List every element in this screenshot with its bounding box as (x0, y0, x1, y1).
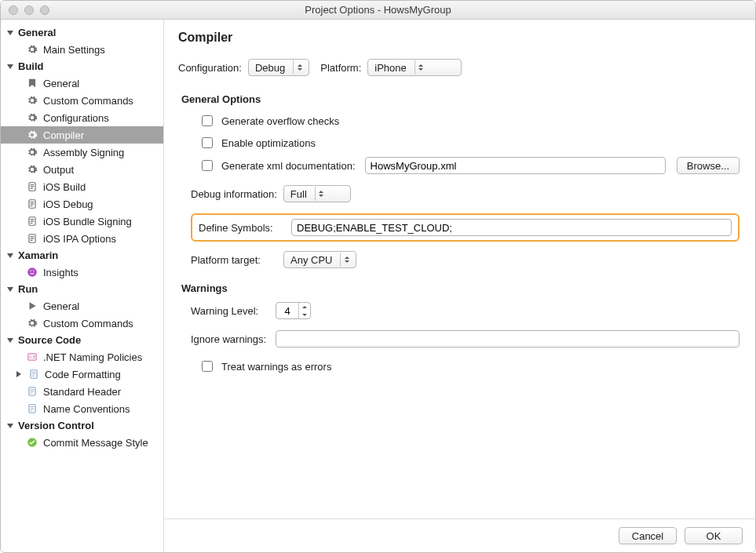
abox-icon: A.B (26, 351, 38, 363)
purple-icon (26, 266, 38, 278)
sidebar-item-ios-build[interactable]: iOS Build (1, 178, 163, 195)
sidebar-item-assembly-signing[interactable]: Assembly Signing (1, 144, 163, 161)
svg-rect-3 (31, 188, 33, 189)
doc-icon (26, 198, 38, 210)
generate-overflow-label: Generate overflow checks (221, 115, 339, 127)
sidebar-item-configurations[interactable]: Configurations (1, 109, 163, 126)
sidebar-section-label: Version Control (18, 420, 94, 431)
pagei-icon (26, 385, 38, 398)
sidebar: GeneralMain SettingsBuildGeneralCustom C… (1, 20, 164, 552)
svg-rect-26 (31, 393, 33, 394)
sidebar-item-general[interactable]: General (1, 75, 163, 92)
warning-level-label: Warning Level: (191, 305, 269, 317)
configuration-label: Configuration: (178, 62, 242, 74)
sidebar-item-insights[interactable]: Insights (1, 264, 163, 281)
sidebar-section-source-code[interactable]: Source Code (1, 332, 163, 348)
content-pane: Compiler Configuration: Debug Platform: … (164, 20, 755, 552)
chevron-updown-icon (293, 60, 305, 75)
svg-rect-22 (32, 376, 35, 377)
svg-rect-25 (31, 391, 35, 391)
svg-rect-28 (31, 406, 35, 407)
project-options-window: Project Options - HowsMyGroup GeneralMai… (0, 0, 756, 553)
flag-icon (26, 77, 38, 89)
sidebar-item-custom-commands[interactable]: Custom Commands (1, 315, 163, 332)
sidebar-section-run[interactable]: Run (1, 281, 163, 297)
platform-value: iPhone (374, 62, 406, 74)
sidebar-item-ios-ipa-options[interactable]: iOS IPA Options (1, 230, 163, 247)
configuration-value: Debug (255, 62, 285, 74)
sidebar-item-custom-commands[interactable]: Custom Commands (1, 92, 163, 109)
treat-warnings-label: Treat warnings as errors (221, 361, 331, 373)
sidebar-item-label: Name Conventions (43, 403, 130, 415)
sidebar-section-build[interactable]: Build (1, 58, 163, 75)
disclosure-triangle-icon (7, 253, 13, 258)
generate-overflow-checkbox[interactable] (202, 115, 213, 126)
sidebar-item-general[interactable]: General (1, 297, 163, 315)
ignore-warnings-label: Ignore warnings: (191, 333, 269, 345)
sidebar-item-label: Standard Header (43, 386, 121, 398)
warning-level-stepper[interactable] (276, 302, 311, 319)
browse-button[interactable]: Browse... (677, 157, 740, 174)
sidebar-item-standard-header[interactable]: Standard Header (1, 383, 163, 400)
sidebar-item-ios-bundle-signing[interactable]: iOS Bundle Signing (1, 213, 163, 230)
platform-target-select[interactable]: Any CPU (283, 251, 356, 268)
sidebar-item-code-formatting[interactable]: Code Formatting (1, 366, 163, 383)
gear-icon (26, 129, 38, 141)
gear-icon (26, 317, 38, 329)
sidebar-section-label: Source Code (18, 334, 81, 346)
debuginfo-label: Debug information: (191, 188, 277, 200)
step-up-icon[interactable] (299, 303, 310, 311)
svg-rect-11 (31, 223, 33, 224)
debuginfo-select[interactable]: Full (283, 185, 351, 202)
platform-select[interactable]: iPhone (367, 59, 462, 76)
ok-button[interactable]: OK (685, 527, 743, 544)
window-title: Project Options - HowsMyGroup (1, 4, 755, 16)
doc-icon (26, 180, 38, 193)
ignore-warnings-input[interactable] (276, 330, 740, 347)
sidebar-item-label: iOS Build (43, 181, 86, 193)
sidebar-item-label: Custom Commands (43, 318, 133, 329)
dialog-footer: Cancel OK (164, 518, 755, 552)
sidebar-item-label: Custom Commands (43, 95, 133, 107)
sidebar-item--net-naming-policies[interactable]: A.B.NET Naming Policies (1, 348, 163, 366)
gear-icon (26, 163, 38, 176)
xmldoc-path-input[interactable] (365, 157, 666, 174)
step-down-icon[interactable] (299, 311, 310, 318)
treat-warnings-checkbox[interactable] (202, 361, 213, 372)
warnings-head: Warnings (181, 282, 740, 294)
sidebar-item-commit-message-style[interactable]: Commit Message Style (1, 434, 163, 451)
generate-xmldoc-checkbox[interactable] (202, 160, 213, 171)
sidebar-item-main-settings[interactable]: Main Settings (1, 41, 163, 58)
sidebar-item-label: iOS Debug (43, 198, 93, 210)
svg-rect-5 (31, 202, 35, 202)
sidebar-item-name-conventions[interactable]: Name Conventions (1, 400, 163, 417)
svg-rect-10 (31, 220, 35, 221)
sidebar-section-general[interactable]: General (1, 24, 163, 41)
warning-level-value[interactable] (276, 303, 298, 318)
sidebar-item-compiler[interactable]: Compiler (1, 126, 163, 144)
svg-rect-14 (31, 238, 35, 238)
chevron-updown-icon (340, 253, 352, 267)
sidebar-section-xamarin[interactable]: Xamarin (1, 247, 163, 264)
sidebar-item-ios-debug[interactable]: iOS Debug (1, 195, 163, 213)
doc-icon (26, 232, 38, 245)
sidebar-item-label: Compiler (43, 129, 84, 141)
configuration-select[interactable]: Debug (248, 59, 309, 76)
platform-target-value: Any CPU (290, 254, 332, 266)
svg-rect-6 (31, 203, 35, 204)
generate-xmldoc-label: Generate xml documentation: (221, 160, 356, 172)
define-symbols-highlight: Define Symbols: (191, 213, 740, 242)
sidebar-item-label: iOS Bundle Signing (43, 216, 132, 227)
gear-icon (26, 94, 38, 107)
debuginfo-value: Full (290, 188, 307, 200)
sidebar-section-version-control[interactable]: Version Control (1, 417, 163, 434)
enable-optimizations-checkbox[interactable] (202, 137, 213, 148)
svg-point-16 (27, 267, 37, 277)
cancel-button[interactable]: Cancel (619, 527, 677, 544)
page-title: Compiler (178, 31, 740, 45)
sidebar-item-output[interactable]: Output (1, 161, 163, 178)
play-icon (26, 300, 38, 312)
svg-rect-24 (31, 389, 35, 390)
define-symbols-input[interactable] (291, 219, 732, 236)
sidebar-item-label: Configurations (43, 112, 109, 124)
